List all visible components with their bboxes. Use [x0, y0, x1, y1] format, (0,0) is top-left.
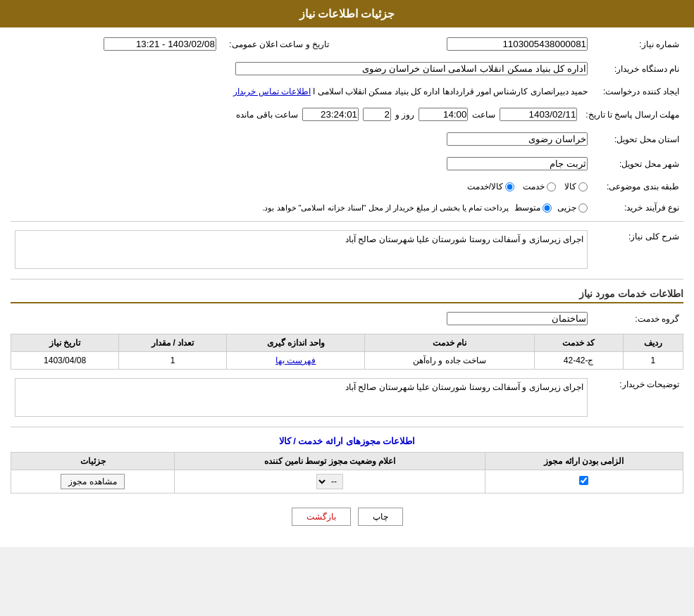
th-row-num: ردیف: [623, 334, 683, 352]
category-khedmat-radio[interactable]: [547, 182, 556, 191]
page-title: جزئیات اطلاعات نیاز: [299, 8, 395, 20]
service-group-input[interactable]: [447, 312, 588, 325]
th-deadline: تاریخ نیاز: [11, 334, 119, 352]
category-kala-khedmat-radio[interactable]: [505, 182, 514, 191]
announce-input[interactable]: [104, 37, 216, 51]
category-kala-radio[interactable]: [578, 182, 588, 191]
perm-required-checkbox[interactable]: [579, 476, 588, 485]
deadline-remaining-label: ساعت باقی مانده: [236, 110, 298, 120]
deadline-time-label: ساعت: [472, 110, 495, 120]
perm-th-details: جزئیات: [11, 453, 175, 470]
category-khedmat-item: خدمت: [523, 182, 556, 191]
deadline-value-cell: ساعت روز و ساعت باقی مانده: [11, 105, 581, 124]
deadline-days-input[interactable]: [363, 108, 391, 121]
buyer-desc-section: توضیحات خریدار: اجرای زیرسازی و آسفالت ر…: [11, 375, 683, 421]
buyer-org-input[interactable]: [235, 62, 588, 75]
category-kala-item: کالا: [564, 182, 588, 191]
city-input[interactable]: [447, 157, 588, 170]
table-row: 1 ج-42-42 ساخت جاده و راه‌آهن فهرست بها …: [11, 352, 683, 370]
province-value-cell: [11, 130, 592, 149]
unit-link[interactable]: فهرست بها: [275, 356, 316, 365]
th-service-name: نام خدمت: [365, 334, 534, 352]
deadline-time-input[interactable]: [419, 108, 468, 121]
print-button[interactable]: چاپ: [358, 508, 403, 526]
page-wrapper: جزئیات اطلاعات نیاز شماره نیاز: تاریخ و …: [0, 0, 694, 547]
deadline-label: مهلت ارسال پاسخ تا تاریخ:: [581, 105, 683, 124]
buyer-desc-value-cell: اجرای زیرسازی و آسفالت روستا شورستان علی…: [11, 375, 592, 421]
services-table: ردیف کد خدمت نام خدمت واحد اندازه گیری ت…: [11, 334, 683, 370]
purchase-jozyi-radio[interactable]: [578, 203, 588, 213]
buyer-org-label: نام دستگاه خریدار:: [592, 59, 683, 78]
category-row: طبقه بندی موضوعی: کالا خدمت: [11, 179, 683, 194]
cell-quantity: 1: [119, 352, 227, 370]
cell-service-code: ج-42-42: [534, 352, 623, 370]
deadline-remaining-input[interactable]: [302, 108, 359, 121]
city-row: شهر محل تحویل:: [11, 154, 683, 173]
creator-row: ایجاد کننده درخواست: حمید دبیرانصاری کار…: [11, 84, 683, 99]
creator-label: ایجاد کننده درخواست:: [592, 84, 683, 99]
purchase-note: پرداخت تمام یا بخشی از مبلغ خریدار از مح…: [262, 203, 509, 213]
general-desc-value-cell: اجرای زیرسازی و آسفالت روستا شورستان علی…: [11, 227, 592, 273]
perm-cell-details: مشاهده مجوز: [11, 470, 175, 494]
buyer-desc-box: اجرای زیرسازی و آسفالت روستا شورستان علی…: [15, 378, 588, 417]
buyer-desc-text: اجرای زیرسازی و آسفالت روستا شورستان علی…: [345, 382, 583, 392]
purchase-motavaset-radio[interactable]: [543, 203, 552, 213]
creator-value-cell: حمید دبیرانصاری کارشناس امور قراردادها ا…: [11, 84, 592, 99]
perm-cell-required: [485, 470, 683, 494]
perm-th-required: الزامی بودن ارائه مجوز: [485, 453, 683, 470]
category-kala-khedmat-item: کالا/خدمت: [467, 182, 514, 191]
announce-label: تاریخ و ساعت اعلان عمومی:: [221, 34, 333, 54]
category-kala-label: کالا: [564, 182, 576, 191]
deadline-date-input[interactable]: [500, 108, 577, 121]
cell-deadline: 1403/04/08: [11, 352, 119, 370]
general-desc-text: اجرای زیرسازی و آسفالت روستا شورستان علی…: [345, 234, 583, 244]
purchase-jozyi-label: جزیی: [557, 203, 576, 213]
general-desc-label: شرح کلی نیاز:: [592, 227, 683, 273]
perm-cell-status: --: [175, 470, 485, 494]
need-number-row: شماره نیاز: تاریخ و ساعت اعلان عمومی:: [11, 34, 683, 54]
category-value-cell: کالا خدمت کالا/خدمت: [11, 179, 592, 194]
buyer-org-row: نام دستگاه خریدار:: [11, 59, 683, 78]
general-desc-box: اجرای زیرسازی و آسفالت روستا شورستان علی…: [15, 230, 588, 269]
cell-unit: فهرست بها: [227, 352, 365, 370]
perm-status-select[interactable]: --: [316, 474, 343, 489]
province-label: استان محل تحویل:: [592, 130, 683, 149]
perm-th-supplier-status: اعلام وضعیت مجوز توسط نامین کننده: [175, 453, 485, 470]
creator-link[interactable]: اطلاعات تماس خریدار: [233, 87, 311, 96]
need-number-input[interactable]: [447, 37, 588, 51]
cell-service-name: ساخت جاده و راه‌آهن: [365, 352, 534, 370]
category-khedmat-label: خدمت: [523, 182, 545, 191]
category-label: طبقه بندی موضوعی:: [592, 179, 683, 194]
th-service-code: کد خدمت: [534, 334, 623, 352]
need-number-label: شماره نیاز:: [592, 34, 683, 54]
buyer-desc-label: توضیحات خریدار:: [592, 375, 683, 421]
purchase-type-value-cell: جزیی متوسط پرداخت تمام یا بخشی از مبلغ خ…: [11, 200, 592, 215]
province-input[interactable]: [447, 132, 588, 146]
service-group-row: گروه خدمت:: [11, 309, 683, 328]
purchase-motavaset-label: متوسط: [514, 203, 540, 213]
category-kala-khedmat-label: کالا/خدمت: [467, 182, 503, 191]
permissions-table: الزامی بودن ارائه مجوز اعلام وضعیت مجوز …: [11, 452, 683, 494]
purchase-type-row: نوع فرآیند خرید: جزیی متوسط پرداخت تمام …: [11, 200, 683, 215]
back-button[interactable]: بازگشت: [292, 508, 351, 526]
permissions-section-title: اطلاعات مجوزهای ارائه خدمت / کالا: [11, 436, 683, 446]
services-section-title: اطلاعات خدمات مورد نیاز: [11, 288, 683, 303]
buyer-org-value-cell: [11, 59, 592, 78]
content-area: شماره نیاز: تاریخ و ساعت اعلان عمومی: نا…: [0, 27, 694, 533]
purchase-motavaset-item: متوسط: [514, 203, 552, 213]
announce-value-cell: [11, 34, 221, 54]
city-label: شهر محل تحویل:: [592, 154, 683, 173]
province-row: استان محل تحویل:: [11, 130, 683, 149]
table-row: -- مشاهده مجوز: [11, 470, 683, 494]
city-value-cell: [11, 154, 592, 173]
deadline-day-label: روز و: [395, 110, 414, 120]
creator-text: حمید دبیرانصاری کارشناس امور قراردادها ا…: [313, 87, 588, 96]
service-group-label: گروه خدمت:: [592, 309, 683, 328]
perm-view-button[interactable]: مشاهده مجوز: [61, 474, 124, 489]
th-unit: واحد اندازه گیری: [227, 334, 365, 352]
footer-buttons: چاپ بازگشت: [11, 508, 683, 526]
purchase-jozyi-item: جزیی: [557, 203, 588, 213]
need-number-value-cell: [333, 34, 592, 54]
deadline-row: مهلت ارسال پاسخ تا تاریخ: ساعت روز و ساع…: [11, 105, 683, 124]
divider-2: [11, 279, 683, 279]
